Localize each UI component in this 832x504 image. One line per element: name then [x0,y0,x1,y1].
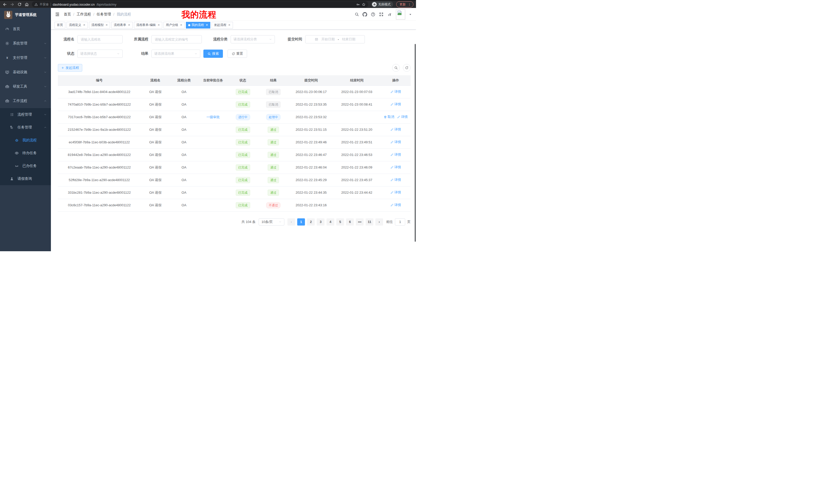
close-tab-icon[interactable]: ✕ [83,23,85,27]
close-tab-icon[interactable]: ✕ [158,23,160,27]
incognito-icon [373,3,376,6]
page-size-select[interactable]: 10条/页 [259,218,284,226]
tab-user-group[interactable]: 用户分组✕ [163,22,185,29]
process-name-input[interactable] [77,35,123,44]
bookmark-star-icon[interactable] [362,3,366,6]
sidebar-item-leave-query[interactable]: 请假查询 [0,172,51,185]
github-icon[interactable] [363,12,367,17]
search-button[interactable]: 搜索 [203,50,223,58]
tab-process-model[interactable]: 流程模型✕ [89,22,110,29]
browser-menu-icon[interactable] [408,3,411,6]
sidebar-item-process-mgmt[interactable]: 流程管理 [0,108,51,121]
detail-link[interactable]: 详情 [390,152,401,157]
detail-link[interactable]: 详情 [390,102,401,107]
tab-process-form-edit[interactable]: 流程表单-编辑✕ [134,22,162,29]
sidebar-item-task-mgmt[interactable]: 任务管理 [0,121,51,134]
status-select[interactable]: 请选择状态 [77,50,123,58]
result-badge: 通过 [268,190,279,196]
tab-home[interactable]: 首页 [54,22,65,29]
sidebar-item-infra[interactable]: 基础设施 [0,65,51,79]
close-tab-icon[interactable]: ✕ [180,23,182,27]
page-button[interactable]: 1 [297,218,305,226]
current-task-link[interactable]: 一级审批 [206,115,220,119]
reload-icon[interactable] [18,2,22,6]
sidebar-item-devtools[interactable]: 研发工具 [0,79,51,94]
reset-button[interactable]: 重置 [228,50,247,58]
fullscreen-icon[interactable] [379,12,384,17]
create-process-button[interactable]: 发起流程 [58,64,82,72]
prev-page-button[interactable]: ‹ [287,218,295,226]
goto-page-input[interactable] [395,218,405,226]
show-search-button[interactable] [392,64,400,72]
detail-link[interactable]: 详情 [390,165,401,170]
password-key-icon[interactable] [356,3,360,6]
cell-status: 已完成 [228,98,258,111]
breadcrumb-workflow[interactable]: 工作流程 [77,12,91,17]
page-button[interactable]: 6 [346,218,354,226]
page-button[interactable]: 3 [317,218,324,226]
dashboard-icon [5,27,9,31]
eye-closed-icon [15,164,19,168]
workflow-submenu: 流程管理任务管理我的流程待办任务已办任务请假查询 [0,108,51,185]
sidebar-toggle-icon[interactable] [55,12,60,17]
sidebar-item-my-process[interactable]: 我的流程 [0,134,51,147]
breadcrumb-home[interactable]: 首页 [64,12,71,17]
sidebar-item-system[interactable]: 系统管理 [0,36,51,51]
list-icon [10,113,14,117]
submit-time-range[interactable]: 开始日期 - 结束日期 [305,35,365,44]
page-button[interactable]: 4 [327,218,334,226]
cancel-link[interactable]: 取消 [384,115,394,119]
sidebar-item-done-tasks[interactable]: 已办任务 [0,160,51,172]
close-tab-icon[interactable]: ✕ [228,23,230,27]
edit-icon [390,90,394,93]
cell-submit-time: 2022-01-22 23:45:29 [289,174,333,186]
cell-id: 819442e8-7b9a-11ec-a290-acde48001122 [58,148,141,161]
back-icon[interactable] [3,2,7,7]
cell-result: 通过 [258,161,289,174]
avatar-caret-icon[interactable] [409,13,412,16]
detail-link[interactable]: 详情 [397,115,408,119]
table-row: 331bc281-7b9a-11ec-a290-acde48001122OA 请… [58,186,411,199]
sidebar-item-payment[interactable]: ¥支付管理 [0,51,51,65]
search-icon[interactable] [355,12,359,17]
sidebar-item-home[interactable]: 首页 [0,22,51,36]
detail-link[interactable]: 详情 [390,177,401,182]
detail-link[interactable]: 详情 [390,140,401,144]
page-button[interactable]: 11 [366,218,373,226]
result-select[interactable]: 请选择流结果 [151,50,200,58]
tab-my-process[interactable]: 我的流程✕ [186,22,210,29]
page-button[interactable]: 2 [307,218,315,226]
tab-process-form[interactable]: 流程表单✕ [111,22,132,29]
close-tab-icon[interactable]: ✕ [128,23,130,27]
scrollbar-thumb[interactable] [415,44,416,242]
detail-link[interactable]: 详情 [390,89,401,94]
detail-link[interactable]: 详情 [390,203,401,207]
sidebar-item-workflow[interactable]: 工作流程 [0,94,51,108]
status-badge: 已完成 [236,202,250,208]
sidebar-item-todo-tasks[interactable]: 待办任务 [0,147,51,160]
breadcrumb-task-mgmt[interactable]: 任务管理 [97,12,111,17]
tab-start-process[interactable]: 发起流程✕ [212,22,233,29]
forward-icon[interactable] [10,2,15,7]
close-tab-icon[interactable]: ✕ [206,23,208,27]
avatar[interactable] [396,9,405,20]
cell-status: 进行中 [228,111,258,123]
next-page-button[interactable]: › [375,218,383,226]
update-button[interactable]: 更新 [396,1,413,7]
tab-process-definition[interactable]: 流程定义✕ [67,22,88,29]
page-button[interactable]: ••• [356,218,364,226]
address-bar[interactable]: 不安全 dashboard.yudao.iocoder.cn/bpm/task/… [32,1,368,7]
category-select[interactable]: 请选择流程分类 [231,35,275,44]
refresh-table-button[interactable] [403,64,411,72]
page-button[interactable]: 5 [336,218,344,226]
home-icon[interactable] [25,2,29,6]
help-icon[interactable] [371,12,375,17]
cell-status: 已完成 [228,148,258,161]
close-tab-icon[interactable]: ✕ [105,23,108,27]
detail-link[interactable]: 详情 [390,127,401,132]
font-size-icon[interactable] [387,12,392,17]
edit-icon [390,191,394,194]
detail-link[interactable]: 详情 [390,190,401,195]
search-icon [207,52,211,55]
owner-process-input[interactable] [151,35,202,44]
